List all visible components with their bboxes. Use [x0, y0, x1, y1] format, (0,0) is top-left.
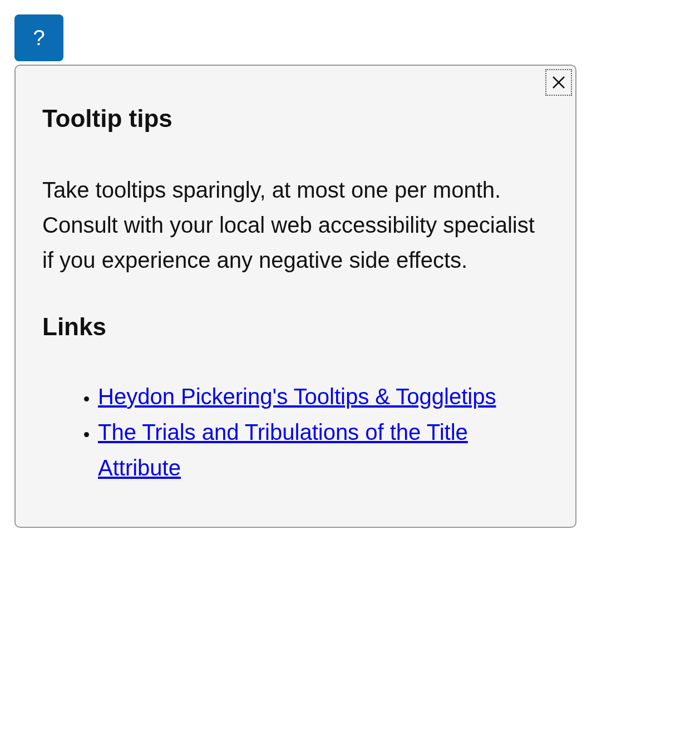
help-trigger-label: ?	[33, 26, 45, 50]
tooltip-body-text: Take tooltips sparingly, at most one per…	[42, 173, 549, 278]
close-button[interactable]	[545, 69, 572, 96]
links-list: Heydon Pickering's Tooltips & Toggletips…	[42, 379, 549, 486]
link-title-attribute[interactable]: The Trials and Tribulations of the Title…	[98, 420, 468, 480]
tooltip-panel: Tooltip tips Take tooltips sparingly, at…	[14, 65, 576, 528]
close-icon	[550, 74, 567, 91]
list-item: Heydon Pickering's Tooltips & Toggletips	[98, 379, 549, 414]
help-trigger-button[interactable]: ?	[14, 14, 63, 61]
links-heading: Links	[42, 313, 549, 341]
list-item: The Trials and Tribulations of the Title…	[98, 414, 549, 486]
link-heydon-pickering[interactable]: Heydon Pickering's Tooltips & Toggletips	[98, 384, 496, 409]
tooltip-title: Tooltip tips	[42, 105, 549, 133]
